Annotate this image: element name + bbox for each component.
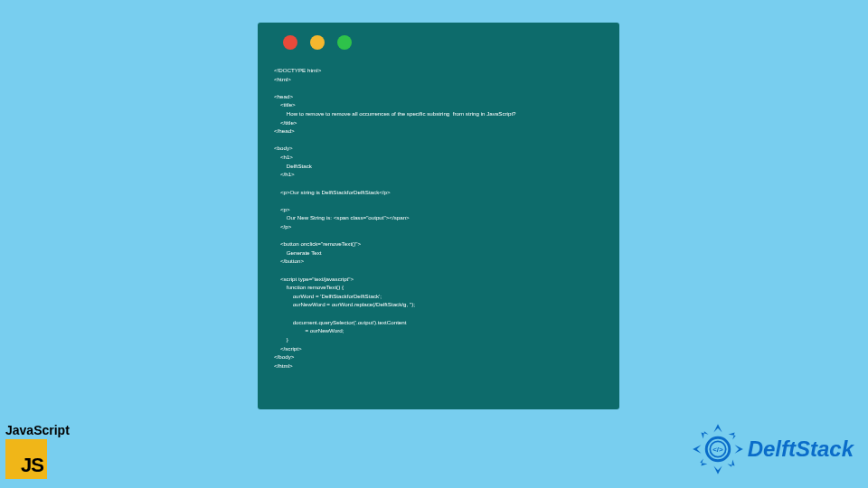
close-icon: [283, 35, 297, 50]
javascript-badge: JavaScript JS: [5, 423, 73, 479]
svg-marker-4: [728, 432, 735, 439]
minimize-icon: [310, 35, 325, 50]
svg-marker-3: [693, 445, 701, 453]
traffic-lights: [283, 35, 603, 50]
svg-marker-1: [734, 445, 742, 453]
js-logo-icon: JS: [5, 439, 47, 479]
code-block: <!DOCTYPE html> <html> <head> <title> Ho…: [274, 66, 603, 370]
delftstack-logo: </> DelftStack: [692, 423, 854, 475]
svg-text:</>: </>: [712, 446, 723, 454]
js-logo-text: JS: [21, 454, 43, 477]
delftstack-icon: </>: [692, 423, 744, 475]
svg-marker-7: [701, 431, 708, 438]
code-window: <!DOCTYPE html> <html> <head> <title> Ho…: [258, 23, 619, 409]
maximize-icon: [337, 35, 352, 50]
js-label: JavaScript: [5, 423, 73, 437]
svg-marker-5: [727, 460, 734, 467]
svg-marker-0: [713, 424, 722, 432]
svg-marker-2: [713, 466, 722, 474]
delftstack-text: DelftStack: [748, 436, 854, 462]
svg-marker-6: [700, 458, 707, 465]
